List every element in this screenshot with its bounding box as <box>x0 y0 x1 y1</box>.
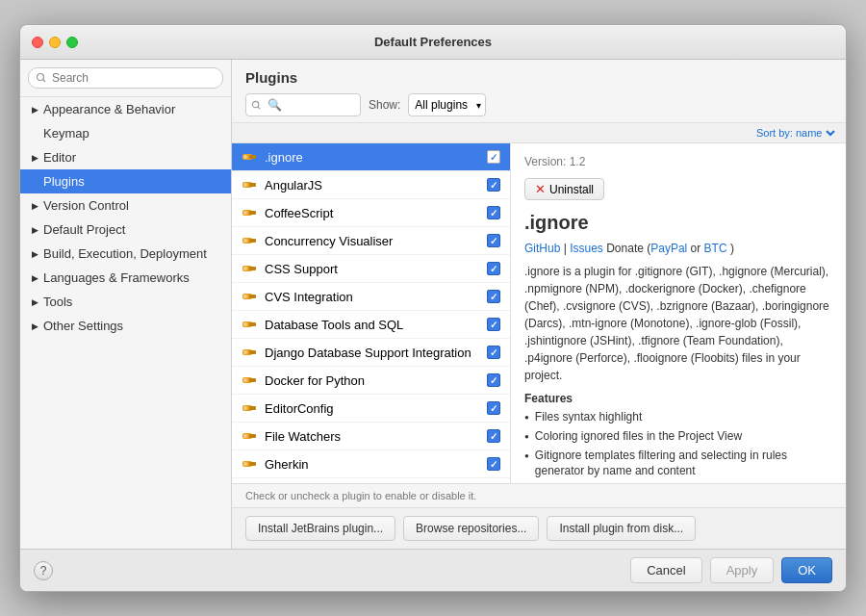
install-jetbrains-button[interactable]: Install JetBrains plugin... <box>245 516 395 541</box>
sidebar-item-label: Languages & Frameworks <box>43 270 190 285</box>
sidebar: ▶Appearance & BehaviorKeymap▶EditorPlugi… <box>20 60 232 549</box>
footer-left: ? <box>34 561 53 580</box>
issues-link[interactable]: Issues <box>570 242 603 255</box>
sidebar-item-plugins[interactable]: Plugins <box>20 169 231 193</box>
plugin-list: .ignoreAngularJSCoffeeScriptConcurrency … <box>232 143 511 483</box>
plugin-checkbox[interactable] <box>487 290 500 303</box>
uninstall-button[interactable]: ✕ Uninstall <box>524 178 604 200</box>
window-title: Default Preferences <box>374 35 492 49</box>
sidebar-item-label: Version Control <box>43 198 129 213</box>
plugins-search-input[interactable] <box>245 93 361 116</box>
plugin-icon <box>242 289 257 304</box>
show-dropdown[interactable]: All pluginsEnabledDisabledBundledCustom <box>408 93 486 116</box>
plugin-item-ignore[interactable]: .ignore <box>232 143 510 171</box>
sidebar-item-languages[interactable]: ▶Languages & Frameworks <box>20 266 231 290</box>
plugin-icon <box>242 261 257 276</box>
svg-rect-13 <box>249 267 256 270</box>
plugin-item-database[interactable]: Database Tools and SQL <box>232 311 510 339</box>
cancel-button[interactable]: Cancel <box>630 557 701 583</box>
plugin-item-concurrency[interactable]: Concurrency Visualiser <box>232 227 510 255</box>
paypal-link[interactable]: PayPal <box>650 242 687 255</box>
plugin-detail: Version: 1.2 ✕ Uninstall .ignore GitHub … <box>511 143 846 483</box>
svg-point-26 <box>243 378 247 382</box>
detail-version: Version: 1.2 <box>524 155 832 168</box>
close-button[interactable] <box>32 37 43 48</box>
sidebar-search-input[interactable] <box>28 67 223 89</box>
plugin-item-cvs[interactable]: CVS Integration <box>232 283 510 311</box>
plugin-icon <box>242 233 257 248</box>
plugin-checkbox[interactable] <box>487 346 500 359</box>
plugin-icon <box>242 400 257 416</box>
plugin-name: Gherkin <box>265 457 487 472</box>
sidebar-item-keymap[interactable]: Keymap <box>20 121 231 145</box>
plugin-item-gherkin[interactable]: Gherkin <box>232 450 510 478</box>
plugin-item-coffeescript[interactable]: CoffeeScript <box>232 199 510 227</box>
plugin-checkbox[interactable] <box>487 457 500 471</box>
svg-point-14 <box>243 267 247 270</box>
sidebar-item-appearance[interactable]: ▶Appearance & Behavior <box>20 97 231 121</box>
sidebar-item-build[interactable]: ▶Build, Execution, Deployment <box>20 242 231 266</box>
plugin-icon <box>242 456 257 472</box>
plugin-item-django[interactable]: Django Database Support Integration <box>232 339 510 367</box>
github-link[interactable]: GitHub <box>524 242 560 255</box>
btc-link[interactable]: BTC <box>704 242 727 255</box>
ok-button[interactable]: OK <box>781 557 832 583</box>
plugin-checkbox[interactable] <box>487 262 500 275</box>
plugin-name: EditorConfig <box>265 401 487 416</box>
arrow-icon: ▶ <box>30 153 39 163</box>
sidebar-item-version-control[interactable]: ▶Version Control <box>20 193 231 218</box>
apply-button[interactable]: Apply <box>710 557 775 583</box>
toolbar: Show: All pluginsEnabledDisabledBundledC… <box>245 93 832 116</box>
plugin-icon <box>242 205 257 220</box>
minimize-button[interactable] <box>49 37 61 48</box>
sidebar-item-label: Plugins <box>43 174 85 189</box>
sidebar-items-list: ▶Appearance & BehaviorKeymap▶EditorPlugi… <box>20 97 231 338</box>
sidebar-item-other-settings[interactable]: ▶Other Settings <box>20 314 231 338</box>
svg-rect-16 <box>249 295 256 298</box>
plugin-item-angularjs[interactable]: AngularJS <box>232 171 510 199</box>
sort-bar: Sort by: name <box>232 123 846 143</box>
svg-point-35 <box>243 462 247 466</box>
svg-rect-25 <box>249 378 256 382</box>
sidebar-search-container <box>20 60 231 97</box>
svg-rect-22 <box>249 350 256 354</box>
svg-point-20 <box>243 322 247 326</box>
sidebar-item-label: Tools <box>43 295 72 309</box>
action-buttons-row: Install JetBrains plugin...Browse reposi… <box>232 507 846 549</box>
plugin-item-css[interactable]: CSS Support <box>232 255 510 283</box>
show-dropdown-wrapper: All pluginsEnabledDisabledBundledCustom <box>408 93 486 116</box>
sidebar-item-label: Build, Execution, Deployment <box>43 246 207 261</box>
plugin-item-editorconfig[interactable]: EditorConfig <box>232 395 510 423</box>
plugin-checkbox[interactable] <box>487 234 500 247</box>
plugin-checkbox[interactable] <box>487 401 500 415</box>
plugin-checkbox[interactable] <box>487 206 500 219</box>
maximize-button[interactable] <box>66 37 78 48</box>
svg-rect-28 <box>249 406 256 410</box>
help-button[interactable]: ? <box>34 561 53 580</box>
plugin-icon <box>242 345 257 360</box>
svg-point-5 <box>243 183 247 187</box>
arrow-icon: ▶ <box>30 321 39 331</box>
plugin-checkbox[interactable] <box>487 178 500 192</box>
sidebar-item-editor[interactable]: ▶Editor <box>20 145 231 169</box>
uninstall-icon: ✕ <box>535 182 546 196</box>
sidebar-item-label: Keymap <box>43 126 89 141</box>
plugin-item-filewatchers[interactable]: File Watchers <box>232 423 510 450</box>
install-disk-button[interactable]: Install plugin from disk... <box>547 516 696 541</box>
sidebar-item-tools[interactable]: ▶Tools <box>20 290 231 314</box>
browse-repos-button[interactable]: Browse repositories... <box>403 516 539 541</box>
sort-dropdown[interactable]: Sort by: name <box>752 126 838 140</box>
detail-description: .ignore is a plugin for .gitignore (GIT)… <box>524 263 832 384</box>
plugin-checkbox[interactable] <box>487 318 500 331</box>
feature-item: Files syntax highlight <box>524 409 832 425</box>
sidebar-item-default-project[interactable]: ▶Default Project <box>20 218 231 242</box>
sidebar-item-label: Default Project <box>43 222 125 237</box>
show-label: Show: <box>369 98 400 112</box>
plugin-item-docker[interactable]: Docker for Python <box>232 367 510 395</box>
svg-rect-10 <box>249 239 256 243</box>
detail-desc-title: .ignore <box>524 212 832 234</box>
plugin-checkbox[interactable] <box>487 429 500 443</box>
plugin-checkbox[interactable] <box>487 373 500 387</box>
plugin-checkbox[interactable] <box>487 150 500 164</box>
svg-point-8 <box>243 211 247 215</box>
